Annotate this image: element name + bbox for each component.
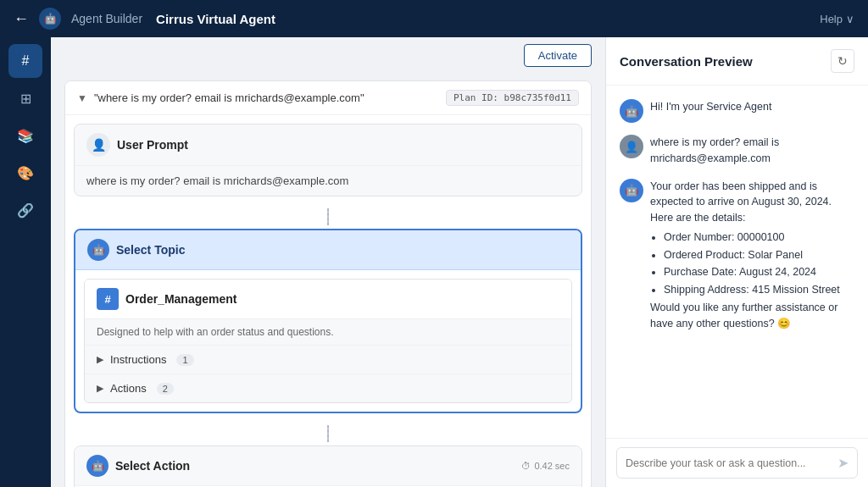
connector-line-1 <box>327 208 329 225</box>
activate-button[interactable]: Activate <box>524 44 592 67</box>
purchase-date: Purchase Date: August 24, 2024 <box>664 264 854 280</box>
plan-text: "where is my order? email is mrichards@e… <box>94 91 439 104</box>
bot-message-2-footer: Would you like any further assistance or… <box>650 302 837 329</box>
select-action-title: Select Action <box>115 459 515 473</box>
instructions-row[interactable]: ▶ Instructions 1 <box>85 346 571 374</box>
agent-builder-label: Agent Builder <box>71 12 142 25</box>
select-topic-title: Select Topic <box>116 243 185 257</box>
sidebar-item-library[interactable]: 📚 <box>8 119 42 152</box>
order-number: Order Number: 00000100 <box>664 230 854 246</box>
library-nav-icon: 📚 <box>17 128 34 144</box>
conversation-header: Conversation Preview ↻ <box>606 37 868 86</box>
actions-row[interactable]: ▶ Actions 2 <box>85 374 571 402</box>
action-time-value: 0.42 sec <box>534 461 570 471</box>
sidebar-item-grid[interactable]: ⊞ <box>8 81 42 115</box>
top-nav: ← 🤖 Agent Builder Cirrus Virtual Agent H… <box>0 0 868 37</box>
plan-card: ▼ "where is my order? email is mrichards… <box>64 80 592 487</box>
clock-icon: ⏱ <box>521 461 531 471</box>
user-message-text: where is my order? email is mrichards@ex… <box>650 135 854 167</box>
plan-id-badge: Plan ID: b98c735f0d11 <box>446 90 579 106</box>
connector-2 <box>65 422 591 445</box>
back-button[interactable]: ← <box>14 10 29 28</box>
actions-label: Actions <box>110 382 147 395</box>
order-details-list: Order Number: 00000100 Ordered Product: … <box>650 230 854 298</box>
connector-1 <box>65 205 591 229</box>
sidebar-item-link[interactable]: 🔗 <box>8 193 42 227</box>
help-label: Help <box>820 13 843 25</box>
refresh-button[interactable]: ↻ <box>831 49 854 73</box>
hash-nav-icon: # <box>22 53 30 69</box>
bot-message-2-text: Your order has been shipped and is expec… <box>650 179 854 332</box>
main-layout: # ⊞ 📚 🎨 🔗 Activate ▼ "where is my order? <box>0 37 868 487</box>
conversation-title: Conversation Preview <box>620 54 753 69</box>
shipping-address: Shipping Address: 415 Mission Street <box>664 282 854 298</box>
sidebar-item-hash[interactable]: # <box>8 44 42 78</box>
instructions-chevron-icon: ▶ <box>97 354 103 365</box>
connector-line-2 <box>327 425 329 442</box>
user-prompt-icon: 👤 <box>86 133 110 157</box>
chat-input[interactable] <box>626 457 831 469</box>
order-mgmt-header: # Order_Management <box>85 279 571 319</box>
select-topic-robot-icon: 🤖 <box>87 239 109 261</box>
select-topic-header: 🤖 Select Topic <box>75 230 581 270</box>
user-avatar: 👤 <box>620 135 643 158</box>
sidebar: # ⊞ 📚 🎨 🔗 <box>0 37 51 487</box>
ordered-product: Ordered Product: Solar Panel <box>664 247 854 263</box>
select-action-block: 🤖 Select Action ⏱ 0.42 sec 📋 Find Order … <box>74 445 582 487</box>
instructions-label: Instructions <box>110 353 166 366</box>
link-nav-icon: 🔗 <box>17 202 34 219</box>
sidebar-item-palette[interactable]: 🎨 <box>8 156 42 190</box>
bot-icon: 🤖 <box>39 8 61 30</box>
grid-nav-icon: ⊞ <box>20 91 31 107</box>
palette-nav-icon: 🎨 <box>17 165 34 181</box>
plan-chevron-icon: ▼ <box>77 92 87 104</box>
user-prompt-title: User Prompt <box>117 138 188 152</box>
actions-chevron-icon: ▶ <box>97 383 103 394</box>
chat-input-area: ➤ <box>606 438 868 487</box>
toolbar-row: Activate <box>51 37 605 74</box>
right-panel: Conversation Preview ↻ 🤖 Hi! I'm your Se… <box>605 37 868 487</box>
chat-input-wrapper: ➤ <box>616 447 858 479</box>
conversation-messages: 🤖 Hi! I'm your Service Agent 👤 where is … <box>606 86 868 438</box>
help-chevron-icon: ∨ <box>846 13 854 25</box>
plan-header: ▼ "where is my order? email is mrichards… <box>65 81 591 115</box>
help-button[interactable]: Help ∨ <box>820 13 854 25</box>
message-2: 👤 where is my order? email is mrichards@… <box>620 135 854 167</box>
center-area: Activate ▼ "where is my order? email is … <box>51 37 605 487</box>
bot-avatar-1: 🤖 <box>620 99 643 123</box>
bot-message-1-text: Hi! I'm your Service Agent <box>650 99 771 115</box>
order-mgmt-description: Designed to help with an order status an… <box>85 319 571 346</box>
order-mgmt-title: Order_Management <box>125 292 236 306</box>
message-3: 🤖 Your order has been shipped and is exp… <box>620 179 854 332</box>
action-time-badge: ⏱ 0.42 sec <box>521 461 570 471</box>
select-action-header: 🤖 Select Action ⏱ 0.42 sec <box>75 446 581 486</box>
bot-avatar-2: 🤖 <box>620 179 643 202</box>
select-topic-block: 🤖 Select Topic # Order_Management Design… <box>74 229 582 413</box>
flow-container: ▼ "where is my order? email is mrichards… <box>51 74 605 487</box>
user-prompt-content: where is my order? email is mrichards@ex… <box>75 166 581 196</box>
message-1: 🤖 Hi! I'm your Service Agent <box>620 99 854 123</box>
user-prompt-header: 👤 User Prompt <box>75 125 581 166</box>
select-action-robot-icon: 🤖 <box>86 455 108 477</box>
order-mgmt-hash-icon: # <box>97 288 119 310</box>
order-management-block: # Order_Management Designed to help with… <box>84 279 572 403</box>
bot-message-2-intro: Your order has been shipped and is expec… <box>650 180 832 224</box>
send-icon[interactable]: ➤ <box>837 455 849 471</box>
actions-count-badge: 2 <box>157 383 174 395</box>
instructions-count-badge: 1 <box>176 354 193 366</box>
user-prompt-block: 👤 User Prompt where is my order? email i… <box>74 124 582 196</box>
agent-name: Cirrus Virtual Agent <box>156 12 275 26</box>
